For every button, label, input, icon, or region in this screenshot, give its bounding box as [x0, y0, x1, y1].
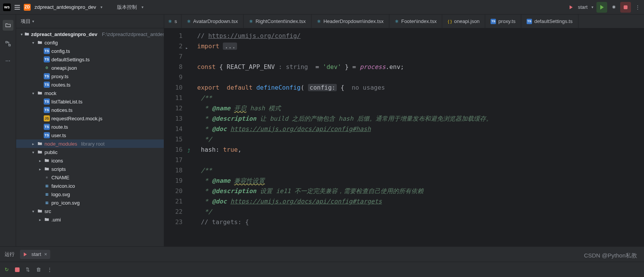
ts-file-icon: TS — [44, 82, 50, 88]
tab-label: Footer\index.tsx — [401, 18, 437, 24]
tree-row[interactable]: TSroute.ts — [16, 123, 164, 131]
tree-row[interactable]: TSlistTableList.ts — [16, 97, 164, 106]
main-menu-icon[interactable] — [15, 5, 20, 10]
ts-file-icon: TS — [527, 19, 532, 24]
rerun-icon[interactable]: ↻ — [5, 267, 9, 272]
image-file-icon: ▦ — [44, 200, 50, 206]
tree-row[interactable]: ▦pro_icon.svg — [16, 198, 164, 207]
expand-icon[interactable]: ▾ — [31, 150, 35, 154]
close-icon[interactable]: × — [44, 251, 47, 257]
editor-tab[interactable]: TSdefaultSettings.ts — [521, 15, 578, 28]
vcs-menu[interactable]: 版本控制 — [117, 4, 137, 11]
tree-row[interactable]: ▦logo.svg — [16, 190, 164, 198]
code-content[interactable]: // https://umijs.org/config/ import ... … — [189, 28, 644, 246]
editor-tab[interactable]: ⚛Footer\index.tsx — [389, 15, 443, 28]
tree-row[interactable]: ▸node_moduleslibrary root — [16, 139, 164, 148]
tree-item-name: .umi — [51, 217, 61, 223]
tree-item-name: scripts — [51, 166, 66, 172]
tree-row[interactable]: ▾config — [16, 38, 164, 47]
js-file-icon: JS — [44, 115, 50, 121]
tree-row[interactable]: ▾mock — [16, 89, 164, 97]
editor-tab[interactable]: { }oneapi.json — [442, 15, 485, 28]
folder-icon — [37, 149, 43, 155]
editor-tab[interactable]: ⚛s — [164, 15, 181, 28]
editor-tab[interactable]: ⚛HeaderDropdown\index.tsx — [311, 15, 389, 28]
folder-icon — [37, 90, 43, 96]
run-panel-tab[interactable]: start × — [20, 250, 50, 259]
ts-file-icon: TS — [44, 124, 50, 130]
editor-tab[interactable]: ⚛RightContent\index.tsx — [244, 15, 311, 28]
tree-root[interactable]: ▾ zdpreact_antdesginpro_dev F:\zdpreact\… — [16, 30, 164, 38]
expand-icon[interactable]: ▾ — [31, 209, 35, 213]
expand-icon[interactable]: ▾ — [31, 91, 35, 95]
editor-tab[interactable]: ⚛AvatarDropdown.tsx — [181, 15, 244, 28]
tree-item-name: logo.svg — [51, 192, 70, 197]
top-toolbar: WS ZD zdpreact_antdesginpro_dev ▾ 版本控制 ▾… — [0, 0, 644, 15]
tree-item-name: CNAME — [51, 175, 69, 180]
tree-row[interactable]: ▸scripts — [16, 165, 164, 173]
debug-icon[interactable]: ✸ — [610, 4, 617, 10]
tree-row[interactable]: ▾public — [16, 148, 164, 156]
tree-item-name: routes.ts — [51, 82, 71, 88]
tree-item-name: icons — [51, 158, 63, 164]
tree-row[interactable]: TSnotices.ts — [16, 106, 164, 114]
ide-logo: WS — [3, 3, 11, 11]
folder-icon — [44, 166, 50, 172]
tree-row[interactable]: TSroutes.ts — [16, 80, 164, 89]
tree-row[interactable]: ≡CNAME — [16, 173, 164, 182]
image-file-icon: ▦ — [44, 191, 50, 197]
ts-file-icon: TS — [44, 132, 50, 138]
run-tool-window-header: 运行 start × — [0, 246, 644, 262]
sidebar-header[interactable]: 项目 ▾ — [16, 15, 164, 28]
tree-item-name: notices.ts — [51, 107, 72, 113]
tree-row[interactable]: TSdefaultSettings.ts — [16, 55, 164, 64]
tree-row[interactable]: JSrequestRecord.mock.js — [16, 114, 164, 123]
folder-icon — [44, 216, 50, 223]
code-editor[interactable]: 12▸78910111213141516⤴17181920212223 // h… — [164, 28, 644, 246]
tree-root-path: F:\zdpreact\zdpreact_antdes — [102, 31, 164, 37]
run-panel-label[interactable]: 运行 — [5, 251, 15, 258]
chevron-down-icon[interactable]: ▾ — [32, 19, 34, 23]
ts-file-icon: TS — [491, 19, 496, 24]
expand-icon[interactable]: ▸ — [38, 218, 42, 222]
tree-row[interactable]: TSuser.ts — [16, 131, 164, 139]
watermark: CSDN @Python私教 — [584, 252, 637, 259]
project-tree[interactable]: ▾ zdpreact_antdesginpro_dev F:\zdpreact\… — [16, 28, 164, 246]
run-button[interactable] — [596, 2, 607, 13]
trash-icon[interactable]: 🗑 — [36, 267, 41, 272]
filter-icon[interactable]: ⇅ — [26, 267, 30, 272]
more-tool-icon[interactable]: ⋯ — [4, 57, 12, 64]
tree-item-name: defaultSettings.ts — [51, 57, 90, 62]
tree-item-name: proxy.ts — [51, 74, 69, 79]
expand-icon[interactable]: ▾ — [21, 32, 23, 36]
git-inlay-icon[interactable]: ⤴ — [188, 146, 190, 156]
tree-row[interactable]: ▸icons — [16, 156, 164, 165]
expand-icon[interactable]: ▸ — [38, 159, 42, 163]
editor-tab[interactable]: TSproxy.ts — [485, 15, 521, 28]
folder-icon — [37, 39, 43, 46]
folder-icon — [44, 157, 50, 164]
tree-row[interactable]: TSproxy.ts — [16, 72, 164, 80]
fold-icon[interactable]: ▸ — [185, 43, 188, 53]
tree-row[interactable]: ▸.umi — [16, 215, 164, 224]
tree-row[interactable]: ▾src — [16, 207, 164, 215]
project-name[interactable]: zdpreact_antdesginpro_dev — [35, 4, 96, 10]
more-icon[interactable]: ⋮ — [634, 4, 641, 10]
more-icon[interactable]: ⋮ — [47, 267, 52, 272]
expand-icon[interactable]: ▸ — [31, 142, 35, 146]
structure-tool-icon[interactable] — [4, 40, 12, 48]
editor-tabs: ⚛s⚛AvatarDropdown.tsx⚛RightContent\index… — [164, 15, 644, 28]
stop-icon[interactable] — [15, 267, 20, 272]
project-tool-icon[interactable] — [3, 20, 13, 31]
stop-button[interactable] — [620, 2, 631, 13]
chevron-down-icon[interactable]: ▾ — [100, 5, 102, 9]
folder-icon — [24, 31, 30, 37]
tree-row[interactable]: ▦favicon.ico — [16, 182, 164, 190]
chevron-down-icon[interactable]: ▾ — [142, 5, 143, 9]
expand-icon[interactable]: ▸ — [38, 167, 42, 171]
chevron-down-icon[interactable]: ▾ — [591, 5, 593, 9]
tree-row[interactable]: ⚙oneapi.json — [16, 64, 164, 72]
expand-icon[interactable]: ▾ — [31, 41, 35, 45]
run-config-name[interactable]: start — [578, 4, 588, 10]
tree-row[interactable]: TSconfig.ts — [16, 47, 164, 55]
